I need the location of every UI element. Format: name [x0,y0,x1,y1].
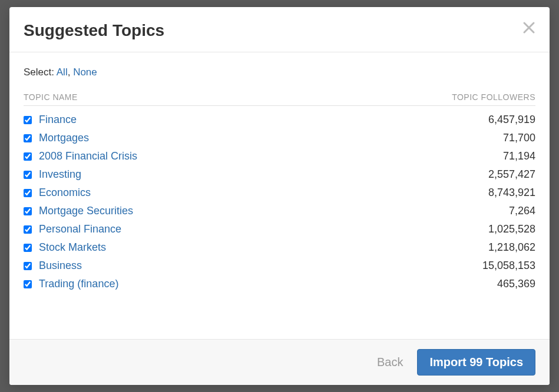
topic-followers: 6,457,919 [488,114,535,126]
topic-checkbox[interactable] [24,189,32,197]
topic-followers: 8,743,921 [488,187,535,199]
topic-name-link[interactable]: 2008 Financial Crisis [39,150,503,162]
close-icon [522,21,535,34]
topic-row: Personal Finance1,025,528 [24,220,535,238]
modal-body: Select: All, None TOPIC NAME TOPIC FOLLO… [9,52,550,339]
col-topic-followers: TOPIC FOLLOWERS [452,92,535,102]
topic-checkbox[interactable] [24,152,32,161]
topic-followers: 15,058,153 [482,260,535,272]
topic-name-link[interactable]: Stock Markets [39,241,488,254]
modal-title: Suggested Topics [24,21,164,40]
topic-followers: 1,218,062 [488,241,535,254]
select-none-link[interactable]: None [73,67,97,78]
topic-list: Finance6,457,919Mortgages71,7002008 Fina… [24,111,535,293]
topic-row: Investing2,557,427 [24,165,535,184]
topic-name-link[interactable]: Trading (finance) [39,278,497,290]
topic-checkbox[interactable] [24,280,32,288]
topic-followers: 465,369 [497,278,535,290]
close-button[interactable] [522,21,535,34]
col-topic-name: TOPIC NAME [24,92,78,102]
topic-checkbox[interactable] [24,244,32,252]
topic-followers: 71,700 [503,132,535,144]
topic-followers: 7,264 [509,205,535,217]
topic-row: Business15,058,153 [24,257,535,275]
topic-row: Finance6,457,919 [24,111,535,129]
modal-footer: Back Import 99 Topics [9,339,550,385]
topic-checkbox[interactable] [24,171,32,179]
topic-followers: 1,025,528 [488,223,535,235]
topic-name-link[interactable]: Investing [39,168,488,181]
table-header: TOPIC NAME TOPIC FOLLOWERS [24,92,535,106]
topic-row: Mortgage Securities7,264 [24,202,535,220]
modal-header: Suggested Topics [9,7,550,52]
topic-checkbox[interactable] [24,134,32,142]
back-button[interactable]: Back [375,352,405,373]
topic-followers: 71,194 [503,150,535,162]
topic-name-link[interactable]: Business [39,260,482,272]
topic-row: Stock Markets1,218,062 [24,238,535,257]
topic-checkbox[interactable] [24,207,32,215]
topic-name-link[interactable]: Mortgages [39,132,503,144]
topic-name-link[interactable]: Mortgage Securities [39,205,509,217]
topic-checkbox[interactable] [24,262,32,270]
topic-name-link[interactable]: Economics [39,187,488,199]
topic-name-link[interactable]: Personal Finance [39,223,488,235]
topic-row: Mortgages71,700 [24,129,535,147]
select-row: Select: All, None [24,67,535,78]
suggested-topics-modal: Suggested Topics Select: All, None TOPIC… [9,7,550,385]
topic-checkbox[interactable] [24,225,32,234]
topic-row: 2008 Financial Crisis71,194 [24,147,535,165]
topic-name-link[interactable]: Finance [39,114,488,126]
topic-row: Economics8,743,921 [24,184,535,202]
import-button[interactable]: Import 99 Topics [417,349,535,376]
select-all-link[interactable]: All [57,67,68,78]
select-label: Select: [24,67,54,78]
topic-checkbox[interactable] [24,116,32,124]
topic-followers: 2,557,427 [488,168,535,181]
topic-row: Trading (finance)465,369 [24,275,535,293]
